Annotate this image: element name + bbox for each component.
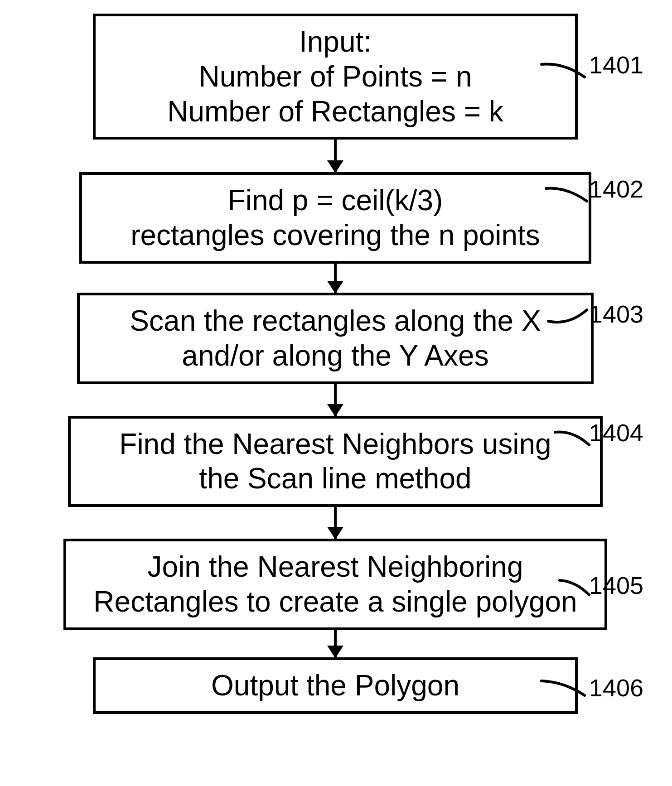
text-line: Join the Nearest Neighboring — [75, 550, 595, 584]
flow-step-text: Scan the rectangles along the X and/or a… — [89, 304, 582, 373]
flow-step-3-row: Scan the rectangles along the X and/or a… — [27, 293, 643, 384]
flow-step-2-row: Find p = ceil(k/3) rectangles covering t… — [27, 172, 643, 264]
arrow-down-icon — [334, 384, 337, 416]
flowchart-container: Input: Number of Points = n Number of Re… — [27, 14, 643, 714]
flow-step-text: Find the Nearest Neighbors using the Sca… — [80, 427, 591, 497]
flow-step-6-row: Output the Polygon 1406 — [27, 657, 643, 714]
text-line: the Scan line method — [80, 461, 591, 496]
flow-step-5-row: Join the Nearest Neighboring Rectangles … — [27, 539, 643, 630]
callout-curve-icon — [539, 677, 594, 704]
flow-step-join: Join the Nearest Neighboring Rectangles … — [63, 539, 607, 630]
flow-step-scan: Scan the rectangles along the X and/or a… — [77, 293, 594, 384]
ref-number: 1406 — [589, 674, 643, 701]
reference-label: 1405 — [589, 571, 643, 599]
callout-curve-icon — [544, 183, 598, 210]
reference-label: 1403 — [589, 300, 643, 328]
reference-label: 1406 — [589, 674, 643, 702]
text-line: Input: — [105, 24, 566, 59]
flow-step-text: Join the Nearest Neighboring Rectangles … — [75, 550, 595, 619]
callout-curve-icon — [546, 305, 600, 333]
text-line: Find the Nearest Neighbors using — [80, 427, 591, 462]
text-line: Rectangles to create a single polygon — [75, 584, 595, 619]
text-line: Output the Polygon — [105, 668, 566, 703]
reference-label: 1404 — [589, 419, 643, 447]
text-line: Find p = ceil(k/3) — [91, 183, 580, 218]
reference-label: 1402 — [589, 175, 643, 203]
arrow-down-icon — [334, 507, 337, 539]
flow-step-input: Input: Number of Points = n Number of Re… — [93, 14, 578, 140]
text-line: and/or along the Y Axes — [89, 338, 582, 373]
callout-curve-icon — [553, 427, 603, 454]
text-line: Number of Rectangles = k — [105, 94, 566, 129]
flow-step-text: Input: Number of Points = n Number of Re… — [105, 24, 566, 129]
flow-step-output: Output the Polygon — [93, 657, 578, 714]
text-line: rectangles covering the n points — [91, 218, 580, 253]
flow-step-find-p: Find p = ceil(k/3) rectangles covering t… — [79, 172, 591, 264]
text-line: Number of Points = n — [105, 59, 566, 94]
arrow-down-icon — [334, 630, 337, 657]
callout-curve-icon — [539, 59, 594, 86]
callout-curve-icon — [557, 577, 607, 604]
arrow-down-icon — [334, 140, 337, 172]
arrow-down-icon — [334, 264, 337, 293]
flow-step-text: Output the Polygon — [105, 668, 566, 703]
reference-label: 1401 — [589, 51, 643, 79]
ref-number: 1401 — [589, 51, 643, 78]
flow-step-1-row: Input: Number of Points = n Number of Re… — [27, 14, 643, 140]
flow-step-4-row: Find the Nearest Neighbors using the Sca… — [27, 416, 643, 507]
text-line: Scan the rectangles along the X — [89, 304, 582, 338]
flow-step-nearest-neighbors: Find the Nearest Neighbors using the Sca… — [68, 416, 603, 507]
flow-step-text: Find p = ceil(k/3) rectangles covering t… — [91, 183, 580, 253]
